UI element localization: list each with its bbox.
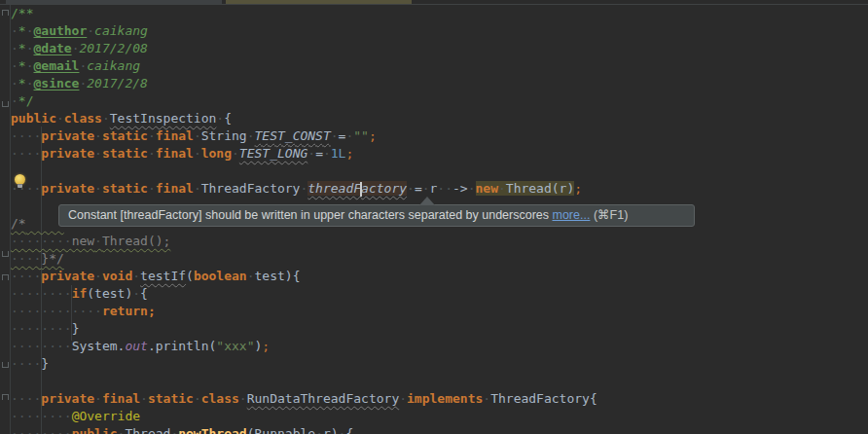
whitespace-dots: · (216, 111, 224, 126)
whitespace-dots: · (94, 146, 102, 161)
code-line[interactable]: ····private·static·final·ThreadFactory·t… (11, 180, 868, 198)
code-token: private·static·final·long· (41, 146, 239, 161)
fold-marker-icon[interactable] (2, 362, 9, 368)
code-token: TestInspection (110, 111, 217, 126)
whitespace-dots: · (11, 93, 18, 108)
code-token: RunDataThreadFactory (247, 391, 400, 406)
code-token: public·class· (11, 111, 110, 126)
whitespace-dots: · (194, 391, 201, 406)
code-token: .println( (148, 339, 216, 353)
code-line[interactable]: ········System.out.println("xxx"); (11, 338, 868, 355)
intention-bulb-icon[interactable] (14, 174, 26, 191)
whitespace-dots: · (94, 391, 102, 406)
code-token: caikang (87, 58, 140, 73)
whitespace-dots: ········ (11, 426, 72, 434)
code-line[interactable]: ········new·Thread(); (11, 233, 868, 250)
code-token: ········ (11, 339, 72, 353)
fold-marker-icon[interactable] (2, 101, 9, 107)
ide-editor-window: /**·*·@author·caikang·*·@date·2017/2/08·… (0, 0, 868, 434)
whitespace-dots: · (94, 234, 102, 248)
whitespace-dots: ···· (11, 251, 41, 266)
code-line[interactable]: ····private·static·final·String·TEST_CON… (11, 127, 868, 145)
code-token: ·ThreadFactory{ (483, 391, 597, 406)
code-line[interactable]: /** (11, 5, 868, 22)
editor-tab-partial[interactable] (6, 0, 222, 4)
code-token: out (125, 339, 147, 353)
tooltip-arrow (419, 197, 435, 205)
tooltip-more-link[interactable]: more... (553, 208, 591, 222)
code-line[interactable]: ·*·@date·2017/2/08 (11, 40, 868, 57)
code-line[interactable]: ·*/ (11, 92, 868, 110)
code-line[interactable]: ········} (11, 320, 868, 338)
code-token: ····}*/ (11, 251, 64, 266)
code-token: return; (102, 304, 156, 318)
code-token: ; (369, 128, 377, 143)
code-token: 2017/2/08 (79, 41, 147, 55)
code-token: ; (345, 146, 353, 161)
whitespace-dots: · (11, 76, 18, 90)
code-token: boolean· (194, 269, 255, 283)
code-token: · (87, 23, 94, 38)
code-token: caikang (94, 23, 148, 38)
whitespace-dots: · (483, 391, 490, 406)
whitespace-dots: · (247, 269, 255, 283)
code-line[interactable]: ····private·final·static·class·RunDataTh… (11, 390, 868, 408)
code-token: ; (262, 339, 270, 353)
editor-gutter[interactable] (0, 5, 11, 434)
code-line[interactable]: ····}*/ (11, 250, 868, 268)
code-token: actory (361, 181, 407, 196)
whitespace-dots: · (339, 426, 346, 434)
code-line[interactable]: ········@Override (11, 408, 868, 425)
whitespace-dots: ········ (11, 409, 72, 423)
whitespace-dots: · (315, 426, 323, 434)
code-token: String· (201, 128, 255, 143)
code-token: TEST_LONG (239, 146, 307, 161)
whitespace-dots: · (132, 269, 140, 283)
whitespace-dots: · (11, 41, 18, 55)
code-token: @date (33, 41, 71, 55)
code-token: ·*/ (11, 93, 33, 108)
code-line[interactable]: ········if(test)·{ (11, 285, 868, 303)
code-line[interactable]: ·*·@email·caikang (11, 57, 868, 75)
fold-marker-icon[interactable] (2, 394, 9, 400)
code-line[interactable] (11, 163, 868, 180)
code-token: ·*· (11, 58, 33, 73)
code-line[interactable]: ····} (11, 355, 868, 373)
whitespace-dots: · (307, 146, 315, 161)
code-line[interactable]: ····private·void·testIf(boolean·test){ (11, 268, 868, 285)
editor-tab-partial-modified[interactable] (226, 0, 412, 4)
whitespace-dots: ········ (11, 321, 72, 336)
whitespace-dots: · (422, 181, 430, 196)
code-token: new· (476, 181, 506, 196)
code-line[interactable]: ············return; (11, 303, 868, 320)
code-token: 2017/2/8 (87, 76, 148, 90)
code-token: ThreadFactory· (201, 181, 308, 196)
whitespace-dots: · (498, 181, 506, 196)
code-token: ( (186, 269, 194, 283)
code-token: ········new·Thread(); (11, 234, 170, 248)
code-token: ; (574, 181, 582, 196)
code-token: threadF (307, 181, 361, 196)
code-line[interactable]: ····private·static·final·long·TEST_LONG·… (11, 145, 868, 163)
code-token: System. (72, 339, 126, 353)
code-line[interactable]: public·class·TestInspection·{ (11, 110, 868, 127)
whitespace-dots: · (194, 128, 201, 143)
code-line[interactable]: ·*·@author·caikang (11, 22, 868, 40)
whitespace-dots: ···· (11, 391, 41, 406)
whitespace-dots: · (94, 128, 102, 143)
inspection-tooltip: Constant [threadFactory] should be writt… (58, 204, 695, 227)
fold-marker-icon[interactable] (2, 10, 9, 16)
fold-marker-icon[interactable] (2, 251, 9, 257)
code-token: implements (407, 391, 483, 406)
code-line[interactable]: ·*·@since·2017/2/8 (11, 75, 868, 92)
whitespace-dots: · (11, 23, 18, 38)
code-line[interactable]: ········public·Thread·newThread(Runnable… (11, 425, 868, 434)
whitespace-dots: · (323, 146, 331, 161)
code-token: "" (353, 128, 369, 143)
code-line[interactable] (11, 373, 868, 390)
code-token: TEST_CONST (255, 128, 331, 143)
editor-tab-strip (0, 0, 868, 5)
fold-marker-icon[interactable] (2, 274, 9, 280)
code-token: public· (72, 426, 126, 434)
code-token: ·*· (11, 41, 33, 55)
